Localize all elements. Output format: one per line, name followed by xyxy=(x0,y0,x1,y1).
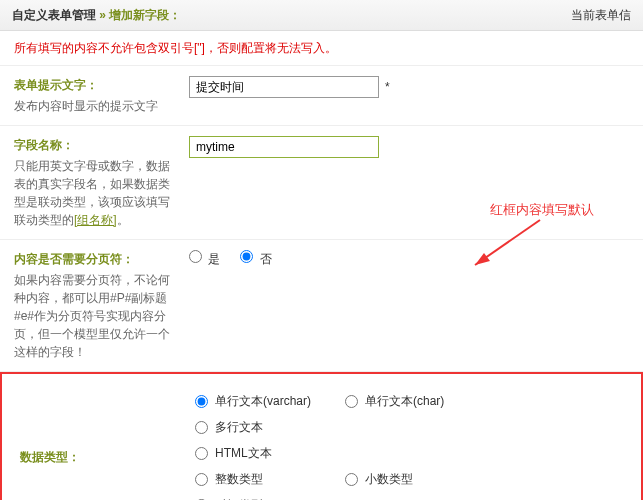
radio-multiline[interactable]: 多行文本 xyxy=(195,414,345,440)
radio-time[interactable]: 时间类型 xyxy=(195,492,345,500)
radio-decimal[interactable]: 小数类型 xyxy=(345,466,495,492)
radio-html[interactable]: HTML文本 xyxy=(195,440,623,466)
radio-char[interactable]: 单行文本(char) xyxy=(345,388,495,414)
warning-text: 所有填写的内容不允许包含双引号["]，否则配置将无法写入。 xyxy=(0,31,643,66)
radio-no[interactable]: 否 xyxy=(240,250,271,268)
page-title: 自定义表单管理 » 增加新字段： xyxy=(12,6,181,24)
annotation-text: 红框内容填写默认 xyxy=(490,200,594,220)
label-pagination: 内容是否需要分页符： xyxy=(14,250,177,268)
desc-prompt-text: 发布内容时显示的提示文字 xyxy=(14,97,177,115)
desc-pagination: 如果内容需要分页符，不论何种内容，都可以用#P#副标题#e#作为分页符号实现内容… xyxy=(14,271,177,361)
desc-field-name: 只能用英文字母或数字，数据表的真实字段名，如果数据类型是联动类型，该项应该填写联… xyxy=(14,157,177,229)
required-star: * xyxy=(385,78,390,96)
radio-yes[interactable]: 是 xyxy=(189,250,220,268)
label-prompt-text: 表单提示文字： xyxy=(14,76,177,94)
radio-int[interactable]: 整数类型 xyxy=(195,466,345,492)
field-name-input[interactable] xyxy=(189,136,379,158)
label-data-type: 数据类型： xyxy=(20,448,80,466)
current-form-label: 当前表单信 xyxy=(571,6,631,24)
label-field-name: 字段名称： xyxy=(14,136,177,154)
group-name-link[interactable]: [组名称] xyxy=(74,213,117,227)
prompt-text-input[interactable] xyxy=(189,76,379,98)
radio-varchar[interactable]: 单行文本(varchar) xyxy=(195,388,345,414)
